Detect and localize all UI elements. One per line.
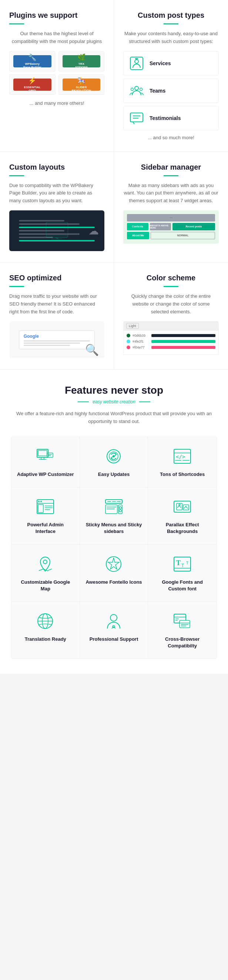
svg-rect-6 [130,113,143,122]
sidebar-row-3: About Me NORMAL [127,232,215,239]
feature-shortcodes: </> Tons of Shortcodes [148,437,217,487]
custom-layouts-divider [9,175,24,176]
feature-map: Customizable Google Map [11,545,80,602]
map-icon [35,554,55,574]
color-code-1: #0d6b33 [133,334,149,337]
feature-updates: Easy Updates [80,437,149,487]
custom-layouts-column: Custom layouts Due to compatibility with… [0,152,114,262]
wpbakery-label: WPBakeryPage Builder [23,62,41,69]
mid-section: Custom layouts Due to compatibility with… [0,152,228,262]
g-line-2 [24,343,80,344]
svg-rect-41 [119,505,122,514]
page-wrapper: Plugins we support Our theme has the hig… [0,0,228,674]
teams-icon [129,83,144,98]
trx-logo: 🌿 TRXADDONS [63,55,101,67]
svg-point-22 [112,455,115,457]
cpt-text: Make your contents handy, easy-to-use an… [123,30,219,46]
translation-icon [35,611,55,632]
sidebar-widget-above: WIDGETS ABOVE HERE [150,223,171,231]
svg-point-5 [140,88,142,91]
seo-divider [9,286,24,287]
sidebar-widget-normal: NORMAL [150,232,215,239]
admin-icon [35,497,55,517]
svg-rect-40 [106,505,117,514]
svg-rect-48 [183,505,189,510]
features-subtitle: easy website creation [93,399,135,404]
custom-post-column: Custom post types Make your contents han… [114,0,228,151]
svg-rect-14 [38,450,47,456]
plugin-logos-grid: 🔧 WPBakeryPage Builder 🌿 TRXADDONS ⚡ ESS [9,51,104,95]
features-main-title: Features never stop [11,385,217,396]
services-label: Services [150,60,171,66]
teams-label: Teams [150,88,165,94]
feature-sticky: Sticky Menus and Sticky sidebars [80,487,149,544]
cpt-item-teams: Teams [123,78,219,103]
parallax-icon [172,497,192,517]
light-selector[interactable]: Light [126,323,139,329]
feature-translation: Translation Ready [11,602,80,659]
color-scheme-text: Quickly change the color of the entire w… [123,293,219,315]
svg-point-1 [135,60,138,63]
top-section: Plugins we support Our theme has the hig… [0,0,228,152]
sidebar-row-2: Contents WIDGETS ABOVE HERE Recent posts [127,223,215,231]
color-bar-3 [151,346,215,349]
feature-support: Professional Support [80,602,149,659]
color-bar-1 [151,334,215,337]
crossbrowser-icon [172,611,192,632]
color-scheme-divider [164,286,178,287]
feature-icons: Awesome Fontello Icons [80,545,149,602]
support-icon [104,611,124,632]
custom-layouts-text: Due to compatibility with the WPBakery P… [9,182,104,205]
fonts-label: Google Fonts and Custom font [154,579,211,592]
wpbakery-icon: 🔧 [28,53,36,62]
customizer-icon [35,446,55,467]
sidebar-manager-title: Sidebar manager [123,163,219,172]
plugins-title: Plugins we support [9,11,104,20]
feature-admin: Powerful Admin Interface [11,487,80,544]
plugins-text: Our theme has the highest level of compa… [9,30,104,46]
svg-point-44 [119,507,121,509]
essential-logo: ⚡ ESSENTIALGRID [13,78,51,91]
svg-point-4 [131,88,134,91]
sidebar-widget-contents: Contents [127,223,149,231]
svg-rect-2 [135,58,138,59]
updates-label: Easy Updates [98,471,130,478]
plugin-essential: ⚡ ESSENTIALGRID [9,75,55,95]
svg-text:T: T [176,559,180,567]
slider-logo: 🎠 SLIDERREVOLUTION [63,78,101,91]
plugin-wpbakery: 🔧 WPBakeryPage Builder [9,51,55,72]
testimonials-label: Testimonials [150,115,181,121]
essential-icon: ⚡ [28,77,36,85]
sticky-label: Sticky Menus and Sticky sidebars [86,522,142,535]
svg-rect-30 [38,504,43,512]
cpt-items: Services Teams [123,51,219,130]
cpt-item-services: Services [123,51,219,76]
feature-fonts: T T T Google Fonts and Custom font [148,545,217,602]
cpt-divider [164,23,178,24]
essential-label: ESSENTIALGRID [24,86,41,92]
sticky-icon [104,497,124,517]
color-code-3: #f04e77 [133,345,149,349]
subtitle-dash-right [139,401,150,402]
search-magnifier-icon: 🔍 [85,343,99,356]
color-scheme-title: Color scheme [123,274,219,282]
svg-text:</>: </> [176,454,185,460]
color-row-1: #0d6b33 [127,334,215,337]
cpt-item-testimonials: Testimonials [123,106,219,130]
layout-preview: ☁ [9,210,104,251]
screen-overlay [46,222,68,239]
color-bar-2 [151,340,215,343]
slider-label: SLIDERREVOLUTION [72,86,91,92]
seo-text: Drag more traffic to your website with o… [9,293,104,315]
fonts-icon: T T T [172,554,192,574]
svg-point-60 [110,614,117,621]
color-dot-2 [127,340,130,343]
plugins-more: ... and many more others! [9,100,104,106]
translation-label: Translation Ready [25,636,66,643]
features-grid: Adaptive WP Customizer Easy Updates [11,437,217,659]
trx-label: TRXADDONS [75,62,88,69]
svg-text:T: T [186,561,188,565]
admin-label: Powerful Admin Interface [17,522,74,535]
slider-icon: 🎠 [78,77,86,85]
svg-point-35 [40,501,42,502]
